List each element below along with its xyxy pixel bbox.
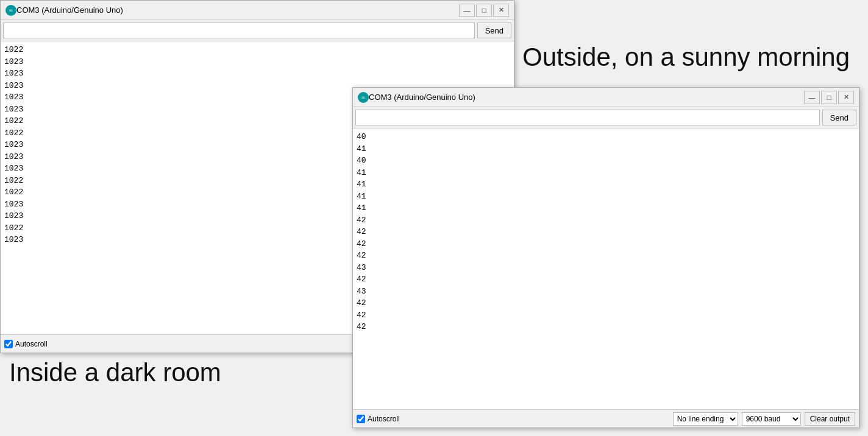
list-item: 42 [357,273,855,286]
line-ending-select-2[interactable]: No line ending Newline Carriage return B… [673,412,738,426]
title-bar-1: ∞ COM3 (Arduino/Genuino Uno) — □ ✕ [1,1,514,20]
input-row-2: Send [353,107,859,128]
list-item: 40 [357,131,855,143]
title-bar-2: ∞ COM3 (Arduino/Genuino Uno) — □ ✕ [353,88,859,107]
minimize-btn-1[interactable]: — [459,4,475,17]
minimize-btn-2[interactable]: — [804,91,820,104]
close-btn-1[interactable]: ✕ [493,4,509,17]
list-item: 41 [357,167,855,179]
autoscroll-checkbox-2[interactable] [357,415,365,423]
title-bar-buttons-2: — □ ✕ [804,91,854,104]
list-item: 42 [357,238,855,250]
list-item: 42 [357,214,855,227]
title-bar-buttons-1: — □ ✕ [459,4,509,17]
close-btn-2[interactable]: ✕ [838,91,854,104]
maximize-btn-2[interactable]: □ [821,91,837,104]
maximize-btn-1[interactable]: □ [476,4,492,17]
arduino-logo-1: ∞ [5,5,16,16]
list-item: 40 [357,155,855,167]
list-item: 1022 [4,44,510,56]
input-row-1: Send [1,20,514,41]
list-item: 43 [357,262,855,274]
window-title-1: COM3 (Arduino/Genuino Uno) [16,5,459,15]
autoscroll-label-2[interactable]: Autoscroll [357,415,400,423]
outside-label: Outside, on a sunny morning [522,43,850,72]
list-item: 41 [357,202,855,214]
list-item: 43 [357,286,855,298]
list-item: 1023 [4,68,510,80]
autoscroll-checkbox-1[interactable] [4,340,13,348]
serial-input-2[interactable] [355,110,820,125]
clear-output-btn[interactable]: Clear output [805,412,855,426]
list-item: 42 [357,297,855,309]
serial-window-2: ∞ COM3 (Arduino/Genuino Uno) — □ ✕ Send … [352,87,859,428]
list-item: 41 [357,191,855,203]
serial-output-2[interactable]: 4041404141414142424242434243424242 [353,128,859,409]
list-item: 42 [357,226,855,238]
list-item: 42 [357,309,855,322]
send-btn-1[interactable]: Send [477,23,511,38]
list-item: 41 [357,178,855,191]
window-title-2: COM3 (Arduino/Genuino Uno) [369,93,804,102]
status-bar-2: Autoscroll No line ending Newline Carria… [353,409,859,427]
list-item: 41 [357,143,855,155]
arduino-logo-2: ∞ [358,92,369,103]
autoscroll-label-1[interactable]: Autoscroll [4,340,48,348]
inside-label: Inside a dark room [9,358,221,387]
send-btn-2[interactable]: Send [822,110,856,125]
list-item: 42 [357,250,855,262]
serial-input-1[interactable] [3,23,475,38]
list-item: 42 [357,321,855,333]
baud-select-2[interactable]: 300 baud 1200 baud 2400 baud 4800 baud 9… [742,412,801,426]
list-item: 1023 [4,56,510,68]
